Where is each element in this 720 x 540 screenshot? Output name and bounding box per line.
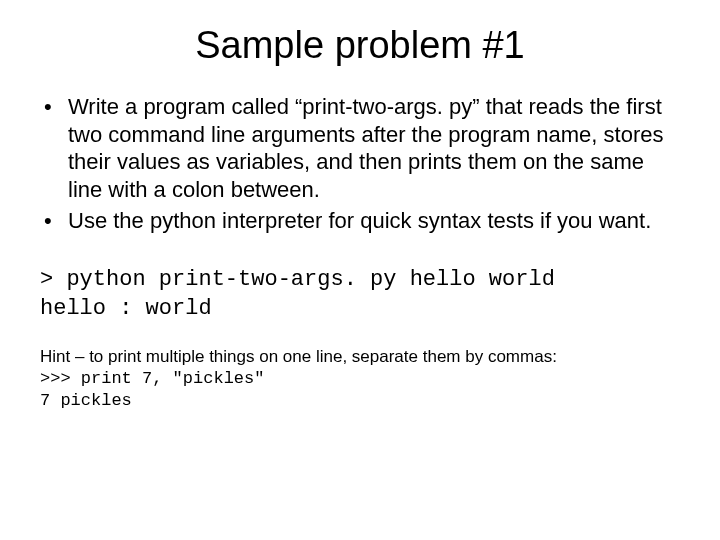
bullet-item: Use the python interpreter for quick syn… [40,207,680,235]
hint-block: Hint – to print multiple things on one l… [40,346,680,412]
code-line: hello : world [40,296,212,321]
hint-code-line: 7 pickles [40,390,680,412]
bullet-item: Write a program called “print-two-args. … [40,93,680,203]
slide: Sample problem #1 Write a program called… [0,0,720,412]
hint-code-line: >>> print 7, "pickles" [40,368,680,390]
hint-text: Hint – to print multiple things on one l… [40,346,680,368]
bullet-list: Write a program called “print-two-args. … [40,93,680,235]
code-example: > python print-two-args. py hello world … [40,265,680,324]
slide-title: Sample problem #1 [40,24,680,67]
code-line: > python print-two-args. py hello world [40,267,555,292]
